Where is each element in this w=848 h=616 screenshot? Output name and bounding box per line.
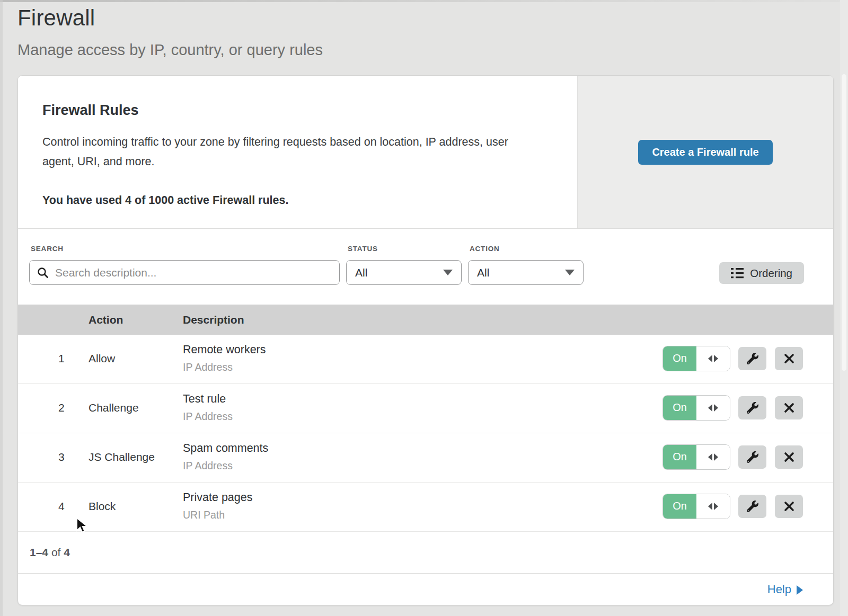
search-filter-group: SEARCH: [29, 245, 340, 285]
rule-enabled-toggle[interactable]: On: [663, 445, 730, 469]
rule-priority: 4: [18, 500, 89, 513]
rule-match-type: IP Address: [183, 460, 663, 472]
rule-controls: On: [663, 494, 833, 519]
rule-enabled-toggle[interactable]: On: [663, 346, 730, 371]
rule-description: Remote workers: [183, 343, 663, 356]
help-bar: Help: [18, 573, 833, 605]
rule-priority: 3: [18, 451, 89, 463]
toggle-knob: [696, 396, 730, 420]
toggle-on-label: On: [663, 346, 696, 371]
status-select[interactable]: All: [346, 260, 462, 285]
pagination-of: of: [51, 546, 61, 558]
close-icon: [784, 501, 794, 512]
edit-rule-button[interactable]: [738, 347, 766, 370]
pagination-total: 4: [64, 546, 70, 558]
firewall-rules-card: Firewall Rules Control incoming traffic …: [17, 75, 834, 605]
table-header: Action Description: [18, 305, 833, 335]
rule-description-cell: Test rule IP Address: [183, 392, 663, 423]
rule-description-cell: Private pages URI Path: [183, 491, 663, 521]
rules-description: Control incoming traffic to your zone by…: [42, 132, 540, 172]
search-icon: [37, 267, 49, 279]
action-filter-group: ACTION All: [468, 245, 584, 285]
delete-rule-button[interactable]: [775, 347, 803, 370]
table-row: 2 Challenge Test rule IP Address On: [18, 384, 833, 433]
create-firewall-rule-button[interactable]: Create a Firewall rule: [638, 140, 772, 165]
pagination-range: 1–4: [30, 546, 48, 558]
action-label: ACTION: [470, 245, 584, 253]
action-select-value: All: [477, 266, 489, 279]
page-title: Firewall: [17, 5, 827, 31]
caret-right-icon: [714, 404, 718, 412]
caret-left-icon: [708, 503, 712, 510]
rule-action: Challenge: [89, 401, 183, 414]
delete-rule-button[interactable]: [775, 495, 803, 518]
search-label: SEARCH: [31, 245, 340, 253]
close-icon: [784, 403, 794, 413]
caret-left-icon: [708, 355, 712, 362]
toggle-on-label: On: [663, 445, 696, 469]
scrollbar-thumb[interactable]: [842, 74, 846, 371]
scrollbar-track[interactable]: [840, 0, 848, 616]
delete-rule-button[interactable]: [775, 396, 803, 419]
caret-left-icon: [708, 404, 712, 412]
help-link[interactable]: Help: [767, 583, 803, 596]
wrench-icon: [747, 451, 758, 463]
caret-right-icon: [797, 585, 803, 595]
status-filter-group: STATUS All: [346, 245, 462, 285]
search-box[interactable]: [29, 260, 340, 285]
rule-match-type: IP Address: [183, 361, 663, 373]
rule-description: Test rule: [183, 392, 663, 406]
close-icon: [784, 452, 794, 462]
table-row: 4 Block Private pages URI Path On: [18, 483, 833, 532]
edit-rule-button[interactable]: [738, 396, 766, 419]
rules-summary-text: Firewall Rules Control incoming traffic …: [18, 76, 577, 228]
toggle-on-label: On: [663, 494, 696, 519]
column-description: Description: [183, 314, 663, 326]
rule-controls: On: [663, 346, 833, 371]
rules-heading: Firewall Rules: [42, 102, 540, 119]
rule-action: Block: [89, 500, 183, 513]
edit-rule-button[interactable]: [738, 445, 766, 469]
create-rule-panel: Create a Firewall rule: [577, 76, 833, 228]
wrench-icon: [747, 501, 758, 512]
toggle-knob: [696, 494, 730, 519]
ordered-list-icon: [731, 267, 744, 279]
rule-action: JS Challenge: [89, 451, 183, 463]
rule-enabled-toggle[interactable]: On: [663, 494, 730, 519]
status-label: STATUS: [348, 245, 462, 253]
ordering-button[interactable]: Ordering: [719, 262, 804, 284]
rule-controls: On: [663, 396, 833, 420]
rule-description: Spam comments: [183, 442, 663, 455]
mouse-cursor: [76, 517, 91, 533]
help-link-label: Help: [767, 583, 791, 596]
toggle-on-label: On: [663, 396, 696, 420]
chevron-down-icon: [565, 270, 575, 275]
action-select[interactable]: All: [468, 260, 584, 285]
window-left-edge: [0, 0, 3, 616]
caret-right-icon: [714, 453, 718, 461]
window-top-edge: [0, 0, 848, 2]
rule-description-cell: Remote workers IP Address: [183, 343, 663, 373]
wrench-icon: [747, 353, 758, 364]
chevron-down-icon: [443, 270, 453, 275]
close-icon: [784, 353, 794, 364]
table-row: 3 JS Challenge Spam comments IP Address …: [18, 433, 833, 483]
filters-bar: SEARCH STATUS All ACTION All: [18, 228, 833, 305]
rule-match-type: IP Address: [183, 410, 663, 423]
status-select-value: All: [355, 266, 367, 279]
column-action: Action: [89, 314, 183, 326]
ordering-button-label: Ordering: [750, 267, 792, 280]
caret-right-icon: [714, 503, 718, 510]
pagination: 1–4 of 4: [18, 532, 833, 573]
page-header: Firewall Manage access by IP, country, o…: [0, 0, 848, 59]
caret-right-icon: [714, 355, 718, 362]
rule-action: Allow: [89, 352, 183, 365]
rule-enabled-toggle[interactable]: On: [663, 396, 730, 420]
delete-rule-button[interactable]: [775, 445, 803, 469]
edit-rule-button[interactable]: [738, 495, 766, 518]
search-input[interactable]: [55, 266, 332, 279]
rule-description: Private pages: [183, 491, 663, 504]
page-subtitle: Manage access by IP, country, or query r…: [17, 41, 827, 59]
table-row: 1 Allow Remote workers IP Address On: [18, 335, 833, 384]
rule-priority: 1: [18, 352, 89, 365]
